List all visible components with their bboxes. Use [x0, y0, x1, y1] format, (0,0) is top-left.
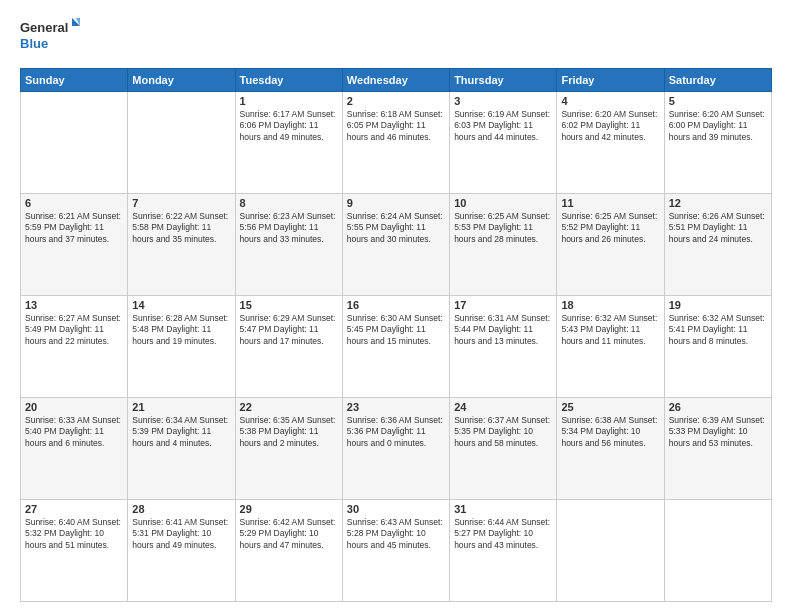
- day-detail: Sunrise: 6:22 AM Sunset: 5:58 PM Dayligh…: [132, 211, 230, 245]
- weekday-header-wednesday: Wednesday: [342, 69, 449, 92]
- day-detail: Sunrise: 6:30 AM Sunset: 5:45 PM Dayligh…: [347, 313, 445, 347]
- week-row-2: 6Sunrise: 6:21 AM Sunset: 5:59 PM Daylig…: [21, 194, 772, 296]
- svg-text:General: General: [20, 20, 68, 35]
- calendar-cell: 7Sunrise: 6:22 AM Sunset: 5:58 PM Daylig…: [128, 194, 235, 296]
- day-number: 15: [240, 299, 338, 311]
- day-number: 21: [132, 401, 230, 413]
- day-number: 31: [454, 503, 552, 515]
- calendar-cell: 5Sunrise: 6:20 AM Sunset: 6:00 PM Daylig…: [664, 92, 771, 194]
- page: General Blue SundayMondayTuesdayWednesda…: [0, 0, 792, 612]
- day-detail: Sunrise: 6:39 AM Sunset: 5:33 PM Dayligh…: [669, 415, 767, 449]
- weekday-header-thursday: Thursday: [450, 69, 557, 92]
- calendar-cell: 26Sunrise: 6:39 AM Sunset: 5:33 PM Dayli…: [664, 398, 771, 500]
- calendar-cell: 9Sunrise: 6:24 AM Sunset: 5:55 PM Daylig…: [342, 194, 449, 296]
- calendar-cell: 15Sunrise: 6:29 AM Sunset: 5:47 PM Dayli…: [235, 296, 342, 398]
- calendar-body: 1Sunrise: 6:17 AM Sunset: 6:06 PM Daylig…: [21, 92, 772, 602]
- weekday-header-saturday: Saturday: [664, 69, 771, 92]
- calendar-cell: 16Sunrise: 6:30 AM Sunset: 5:45 PM Dayli…: [342, 296, 449, 398]
- day-detail: Sunrise: 6:43 AM Sunset: 5:28 PM Dayligh…: [347, 517, 445, 551]
- calendar-cell: 1Sunrise: 6:17 AM Sunset: 6:06 PM Daylig…: [235, 92, 342, 194]
- calendar-cell: [664, 500, 771, 602]
- logo-svg: General Blue: [20, 16, 80, 60]
- calendar-cell: 27Sunrise: 6:40 AM Sunset: 5:32 PM Dayli…: [21, 500, 128, 602]
- calendar-cell: 18Sunrise: 6:32 AM Sunset: 5:43 PM Dayli…: [557, 296, 664, 398]
- day-detail: Sunrise: 6:25 AM Sunset: 5:53 PM Dayligh…: [454, 211, 552, 245]
- day-detail: Sunrise: 6:21 AM Sunset: 5:59 PM Dayligh…: [25, 211, 123, 245]
- day-detail: Sunrise: 6:35 AM Sunset: 5:38 PM Dayligh…: [240, 415, 338, 449]
- calendar-cell: [557, 500, 664, 602]
- calendar-cell: 23Sunrise: 6:36 AM Sunset: 5:36 PM Dayli…: [342, 398, 449, 500]
- day-detail: Sunrise: 6:44 AM Sunset: 5:27 PM Dayligh…: [454, 517, 552, 551]
- day-detail: Sunrise: 6:38 AM Sunset: 5:34 PM Dayligh…: [561, 415, 659, 449]
- week-row-4: 20Sunrise: 6:33 AM Sunset: 5:40 PM Dayli…: [21, 398, 772, 500]
- day-number: 16: [347, 299, 445, 311]
- day-detail: Sunrise: 6:33 AM Sunset: 5:40 PM Dayligh…: [25, 415, 123, 449]
- day-detail: Sunrise: 6:29 AM Sunset: 5:47 PM Dayligh…: [240, 313, 338, 347]
- day-number: 18: [561, 299, 659, 311]
- day-number: 13: [25, 299, 123, 311]
- calendar-cell: 14Sunrise: 6:28 AM Sunset: 5:48 PM Dayli…: [128, 296, 235, 398]
- day-detail: Sunrise: 6:31 AM Sunset: 5:44 PM Dayligh…: [454, 313, 552, 347]
- calendar-cell: 10Sunrise: 6:25 AM Sunset: 5:53 PM Dayli…: [450, 194, 557, 296]
- week-row-3: 13Sunrise: 6:27 AM Sunset: 5:49 PM Dayli…: [21, 296, 772, 398]
- day-number: 30: [347, 503, 445, 515]
- week-row-5: 27Sunrise: 6:40 AM Sunset: 5:32 PM Dayli…: [21, 500, 772, 602]
- calendar-cell: 31Sunrise: 6:44 AM Sunset: 5:27 PM Dayli…: [450, 500, 557, 602]
- calendar-cell: 19Sunrise: 6:32 AM Sunset: 5:41 PM Dayli…: [664, 296, 771, 398]
- calendar-cell: [21, 92, 128, 194]
- calendar-cell: 22Sunrise: 6:35 AM Sunset: 5:38 PM Dayli…: [235, 398, 342, 500]
- day-number: 8: [240, 197, 338, 209]
- day-number: 22: [240, 401, 338, 413]
- calendar-cell: 29Sunrise: 6:42 AM Sunset: 5:29 PM Dayli…: [235, 500, 342, 602]
- day-detail: Sunrise: 6:27 AM Sunset: 5:49 PM Dayligh…: [25, 313, 123, 347]
- calendar-cell: 12Sunrise: 6:26 AM Sunset: 5:51 PM Dayli…: [664, 194, 771, 296]
- calendar-cell: 17Sunrise: 6:31 AM Sunset: 5:44 PM Dayli…: [450, 296, 557, 398]
- day-number: 10: [454, 197, 552, 209]
- day-detail: Sunrise: 6:32 AM Sunset: 5:41 PM Dayligh…: [669, 313, 767, 347]
- day-number: 3: [454, 95, 552, 107]
- day-detail: Sunrise: 6:23 AM Sunset: 5:56 PM Dayligh…: [240, 211, 338, 245]
- day-number: 6: [25, 197, 123, 209]
- day-number: 24: [454, 401, 552, 413]
- day-number: 4: [561, 95, 659, 107]
- calendar-cell: 4Sunrise: 6:20 AM Sunset: 6:02 PM Daylig…: [557, 92, 664, 194]
- day-detail: Sunrise: 6:24 AM Sunset: 5:55 PM Dayligh…: [347, 211, 445, 245]
- calendar-cell: 30Sunrise: 6:43 AM Sunset: 5:28 PM Dayli…: [342, 500, 449, 602]
- weekday-header-monday: Monday: [128, 69, 235, 92]
- week-row-1: 1Sunrise: 6:17 AM Sunset: 6:06 PM Daylig…: [21, 92, 772, 194]
- day-number: 9: [347, 197, 445, 209]
- calendar-cell: 11Sunrise: 6:25 AM Sunset: 5:52 PM Dayli…: [557, 194, 664, 296]
- weekday-header-sunday: Sunday: [21, 69, 128, 92]
- calendar-cell: 3Sunrise: 6:19 AM Sunset: 6:03 PM Daylig…: [450, 92, 557, 194]
- day-number: 25: [561, 401, 659, 413]
- day-detail: Sunrise: 6:20 AM Sunset: 6:02 PM Dayligh…: [561, 109, 659, 143]
- calendar-cell: 25Sunrise: 6:38 AM Sunset: 5:34 PM Dayli…: [557, 398, 664, 500]
- day-number: 11: [561, 197, 659, 209]
- day-detail: Sunrise: 6:32 AM Sunset: 5:43 PM Dayligh…: [561, 313, 659, 347]
- day-number: 19: [669, 299, 767, 311]
- day-number: 29: [240, 503, 338, 515]
- day-number: 23: [347, 401, 445, 413]
- day-detail: Sunrise: 6:26 AM Sunset: 5:51 PM Dayligh…: [669, 211, 767, 245]
- day-detail: Sunrise: 6:17 AM Sunset: 6:06 PM Dayligh…: [240, 109, 338, 143]
- day-number: 12: [669, 197, 767, 209]
- day-detail: Sunrise: 6:42 AM Sunset: 5:29 PM Dayligh…: [240, 517, 338, 551]
- day-number: 2: [347, 95, 445, 107]
- day-number: 5: [669, 95, 767, 107]
- day-number: 26: [669, 401, 767, 413]
- calendar-cell: 8Sunrise: 6:23 AM Sunset: 5:56 PM Daylig…: [235, 194, 342, 296]
- calendar-cell: 2Sunrise: 6:18 AM Sunset: 6:05 PM Daylig…: [342, 92, 449, 194]
- weekday-header-row: SundayMondayTuesdayWednesdayThursdayFrid…: [21, 69, 772, 92]
- day-detail: Sunrise: 6:20 AM Sunset: 6:00 PM Dayligh…: [669, 109, 767, 143]
- day-number: 7: [132, 197, 230, 209]
- calendar-cell: 13Sunrise: 6:27 AM Sunset: 5:49 PM Dayli…: [21, 296, 128, 398]
- logo: General Blue: [20, 16, 80, 60]
- calendar-cell: [128, 92, 235, 194]
- svg-text:Blue: Blue: [20, 36, 48, 51]
- day-number: 14: [132, 299, 230, 311]
- day-detail: Sunrise: 6:41 AM Sunset: 5:31 PM Dayligh…: [132, 517, 230, 551]
- calendar-cell: 21Sunrise: 6:34 AM Sunset: 5:39 PM Dayli…: [128, 398, 235, 500]
- day-detail: Sunrise: 6:28 AM Sunset: 5:48 PM Dayligh…: [132, 313, 230, 347]
- day-number: 28: [132, 503, 230, 515]
- day-number: 20: [25, 401, 123, 413]
